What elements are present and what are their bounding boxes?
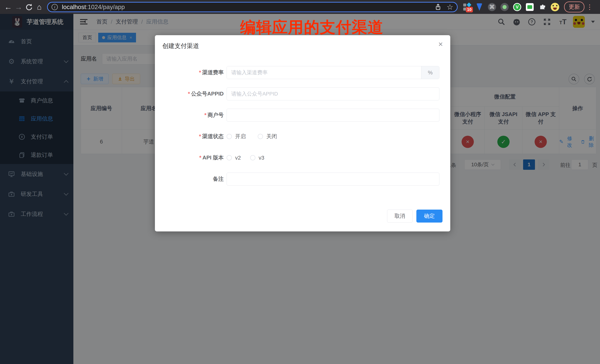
extension-grid-icon[interactable]: 10 [462, 3, 471, 11]
radio-api-v3[interactable]: v3 [250, 155, 264, 161]
profile-emoji-avatar[interactable] [551, 3, 559, 11]
extension-kite-icon[interactable] [475, 3, 484, 11]
dialog-title: 创建支付渠道 [162, 42, 199, 50]
dialog-close-icon[interactable]: × [438, 40, 443, 48]
form-row-channel-status: *渠道状态 开启 关闭 [155, 130, 450, 143]
radio-circle-icon [250, 155, 255, 160]
extension-puzzle-icon[interactable] [538, 3, 547, 11]
web-page: 🐰 芋道管理系统 首页 ⚙ 系统管理 ￥ 支付管理 [0, 14, 600, 364]
form-row-remark: 备注 [155, 173, 450, 185]
extension-command-icon[interactable]: ⌘ [488, 3, 496, 11]
dialog-form: *渠道费率 % *公众号APPID *商户号 [155, 66, 450, 194]
cancel-button[interactable]: 取消 [387, 209, 413, 223]
remark-input[interactable] [227, 173, 439, 185]
merchant-id-input[interactable] [227, 109, 439, 122]
browser-update-button[interactable]: 更新 [564, 1, 584, 12]
form-row-merchant-id: *商户号 [155, 109, 450, 122]
browser-home-icon[interactable]: ⌂ [34, 2, 45, 12]
radio-circle-icon [227, 155, 232, 160]
extension-chat-icon[interactable] [525, 3, 534, 11]
annotation-text: 编辑应用的支付渠道 [240, 17, 384, 38]
site-info-icon[interactable]: i [52, 4, 58, 10]
confirm-button[interactable]: 确定 [416, 209, 442, 223]
browser-reload-icon[interactable] [24, 2, 34, 12]
radio-status-open[interactable]: 开启 [227, 133, 246, 140]
browser-menu-icon[interactable]: ⋮ [586, 3, 593, 11]
browser-forward-icon[interactable]: → [13, 2, 24, 12]
extension-v-icon[interactable]: V [513, 3, 521, 11]
address-bar[interactable]: i localhost:1024/pay/app ☆ [47, 2, 458, 12]
radio-api-v2[interactable]: v2 [227, 155, 241, 161]
create-payment-channel-dialog: 创建支付渠道 × *渠道费率 % *公众号APPID [155, 35, 450, 231]
official-account-appid-input[interactable] [227, 87, 439, 100]
dialog-footer: 取消 确定 [387, 209, 442, 223]
bookmark-star-icon[interactable]: ☆ [447, 3, 453, 11]
channel-rate-input[interactable] [227, 66, 421, 79]
form-row-api-version: *API 版本 v2 v3 [155, 151, 450, 164]
extension-badge: 10 [466, 7, 473, 12]
radio-circle-icon [227, 134, 232, 139]
share-icon[interactable] [434, 3, 442, 11]
screenshot-root: ← → ⌂ i localhost:1024/pay/app ☆ 10 ⌘ [0, 0, 600, 364]
extension-row: 10 ⌘ V [462, 3, 559, 11]
form-row-channel-rate: *渠道费率 % [155, 66, 450, 79]
radio-circle-icon [258, 134, 263, 139]
extension-greendot-icon[interactable] [500, 3, 509, 11]
percent-suffix: % [421, 66, 439, 79]
browser-back-icon[interactable]: ← [3, 2, 13, 12]
browser-chrome: ← → ⌂ i localhost:1024/pay/app ☆ 10 ⌘ [0, 0, 600, 14]
form-row-appid: *公众号APPID [155, 87, 450, 100]
radio-status-closed[interactable]: 关闭 [258, 133, 277, 140]
url-text: localhost:1024/pay/app [62, 3, 125, 10]
